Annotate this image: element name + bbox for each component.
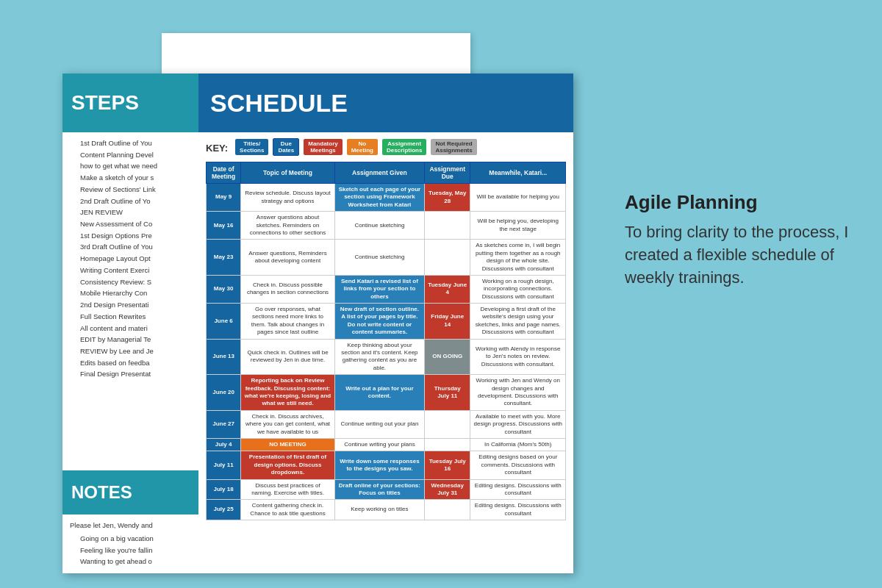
agile-title: Agile Planning [625,191,853,214]
key-badge-no-meeting: NoMeeting [347,139,378,155]
step-item: Edits based on feedba [80,358,191,369]
key-badge-titles: Titles/Sections [235,139,268,155]
assignment-cell: New draft of section outline. A list of … [334,304,424,340]
schedule-header: SCHEDULE [198,74,573,132]
steps-header: STEPS [62,74,198,132]
key-item-not-required: Not RequiredAssignments [431,139,476,157]
table-row: June 27Check in. Discuss archives, where… [207,410,566,438]
date-cell: June 13 [207,339,241,375]
assignment-cell: Continue sketching [334,240,424,276]
date-cell: July 18 [207,479,241,500]
key-label: KEY: [206,143,228,154]
key-item-titles: Titles/Sections [235,139,268,157]
meanwhile-cell: Working with Jen and Wendy on design cha… [470,375,566,411]
key-badge-not-required: Not RequiredAssignments [431,139,476,155]
key-item-due: DueDates [273,138,299,157]
step-item: Content Planning Devel [80,150,191,161]
key-badge-mandatory: MandatoryMeetings [304,139,342,155]
step-item: REVIEW by Lee and Je [80,346,191,357]
step-item: how to get what we need [80,161,191,172]
meanwhile-cell: Working on a rough design, incorporating… [470,275,566,303]
key-badge-due: DueDates [273,138,299,156]
meanwhile-cell: In California (Mom's 50th) [470,438,566,451]
due-cell: Thursday July 11 [424,375,470,411]
date-cell: July 4 [207,438,241,451]
step-item: Final Design Presentat [80,369,191,380]
table-header: Meanwhile, Katari... [470,162,566,184]
assignment-cell: Keep thinking about your section and it'… [334,339,424,375]
step-item: Writing Content Exerci [80,265,191,276]
notes-header: NOTES [62,470,198,514]
table-header: Topic of Meeting [241,162,335,184]
table-header: Date of Meeting [207,162,241,184]
due-cell [424,212,470,240]
left-panel: STEPS 1st Draft Outline of YouContent Pl… [62,74,198,573]
due-cell [424,410,470,438]
key-item-assignment: AssignmentDescriptions [382,139,426,157]
meanwhile-cell: Editing designs. Discussions with consul… [470,479,566,500]
topic-cell: Answer questions about sketches. Reminde… [241,212,335,240]
meanwhile-cell: Will be available for helping you [470,184,566,212]
note-item: Feeling like you're fallin [80,545,191,556]
step-item: Mobile Hierarchy Con [80,288,191,299]
table-row: May 30Check in. Discuss possible changes… [207,275,566,303]
right-panel: SCHEDULE KEY: Titles/Sections DueDates M… [198,74,573,573]
step-item: 1st Design Options Pre [80,231,191,242]
meanwhile-cell: Editing designs. Discussions with consul… [470,500,566,520]
step-item: 2nd Draft Outline of Yo [80,196,191,207]
assignment-cell: Continue sketching [334,212,424,240]
meanwhile-cell: Available to meet with you. More design … [470,410,566,438]
assignment-cell: Draft online of your sections: Focus on … [334,479,424,500]
table-row: July 11Presentation of first draft of de… [207,451,566,479]
meanwhile-cell: Editing designs based on your comments. … [470,451,566,479]
meanwhile-cell: Working with Alendy in response to Jen's… [470,339,566,375]
topic-cell: Answer questions, Reminders about develo… [241,240,335,276]
date-cell: July 11 [207,451,241,479]
table-row: May 23Answer questions, Reminders about … [207,240,566,276]
step-item: Consistency Review: S [80,277,191,288]
due-cell [424,240,470,276]
step-item: Review of Sections' Link [80,184,191,196]
date-cell: May 16 [207,212,241,240]
key-item-mandatory: MandatoryMeetings [304,139,342,157]
meanwhile-cell: Will be helping you, developing the next… [470,212,566,240]
table-row: July 25Content gathering check in. Chanc… [207,500,566,520]
table-row: June 20Reporting back on Review feedback… [207,375,566,411]
assignment-cell: Continue writing out your plan [334,410,424,438]
due-cell [424,438,470,451]
date-cell: May 23 [207,240,241,276]
date-cell: May 9 [207,184,241,212]
schedule-table: Date of MeetingTopic of MeetingAssignmen… [206,162,566,520]
due-cell: ON GOING [424,339,470,375]
meanwhile-cell: Developing a first draft of the website'… [470,304,566,340]
key-item-no-meeting: NoMeeting [347,139,378,157]
table-header: Assignment Given [334,162,424,184]
main-document: STEPS 1st Draft Outline of YouContent Pl… [62,74,573,573]
assignment-cell: Continue writing your plans [334,438,424,451]
topic-cell: Content gathering check in. Chance to as… [241,500,335,520]
due-cell: Tuesday, May 28 [424,184,470,212]
assignment-cell: Send Katari a revised list of links from… [334,275,424,303]
assignment-cell: Keep working on titles [334,500,424,520]
topic-cell: Check in. Discuss archives, where you ca… [241,410,335,438]
meanwhile-cell: As sketches come in, I will begin puttin… [470,240,566,276]
topic-cell: NO MEETING [241,438,335,451]
topic-cell: Quick check in. Outlines will be reviewe… [241,339,335,375]
table-row: June 6Go over responses, what sections n… [207,304,566,340]
table-header: Assignment Due [424,162,470,184]
key-badge-assignment: AssignmentDescriptions [382,139,426,155]
date-cell: June 6 [207,304,241,340]
note-item: Going on a big vacation [80,534,191,544]
step-item: 2nd Design Presentati [80,300,191,311]
due-cell: Friday June 14 [424,304,470,340]
due-cell: Tuesday July 16 [424,451,470,479]
assignment-cell: Write out a plan for your content. [334,375,424,411]
topic-cell: Review schedule. Discuss layout strategy… [241,184,335,212]
step-item: All content and materi [80,323,191,334]
topic-cell: Discuss best practices of naming. Exerci… [241,479,335,500]
date-cell: May 30 [207,275,241,303]
table-row: July 4NO MEETINGContinue writing your pl… [207,438,566,451]
topic-cell: Reporting back on Review feedback. Discu… [241,375,335,411]
due-cell: Tuesday June 4 [424,275,470,303]
due-cell [424,500,470,520]
